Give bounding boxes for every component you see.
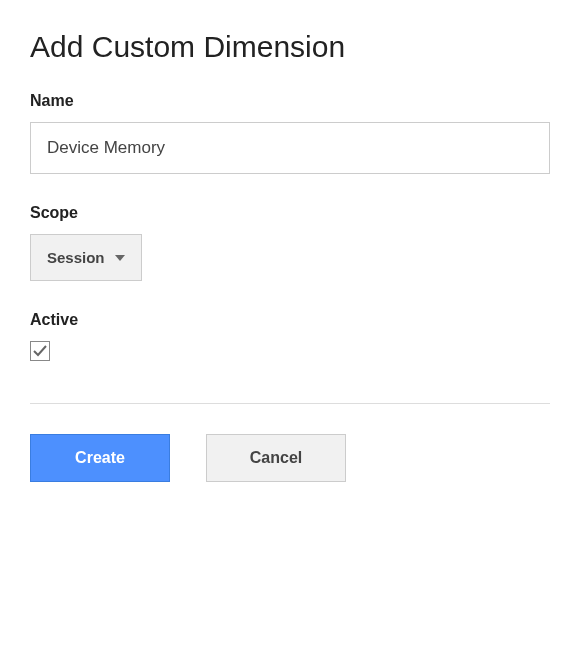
name-label: Name (30, 92, 550, 110)
name-field-group: Name (30, 92, 550, 174)
scope-dropdown[interactable]: Session (30, 234, 142, 281)
scope-field-group: Scope Session (30, 204, 550, 281)
page-title: Add Custom Dimension (30, 30, 550, 64)
button-row: Create Cancel (30, 434, 550, 482)
create-button[interactable]: Create (30, 434, 170, 482)
cancel-button[interactable]: Cancel (206, 434, 346, 482)
name-input[interactable] (30, 122, 550, 174)
checkmark-icon (32, 343, 48, 359)
svg-marker-0 (115, 255, 125, 261)
active-label: Active (30, 311, 550, 329)
scope-label: Scope (30, 204, 550, 222)
active-checkbox[interactable] (30, 341, 50, 361)
active-field-group: Active (30, 311, 550, 363)
divider (30, 403, 550, 404)
scope-dropdown-label: Session (47, 249, 105, 266)
chevron-down-icon (115, 255, 125, 261)
